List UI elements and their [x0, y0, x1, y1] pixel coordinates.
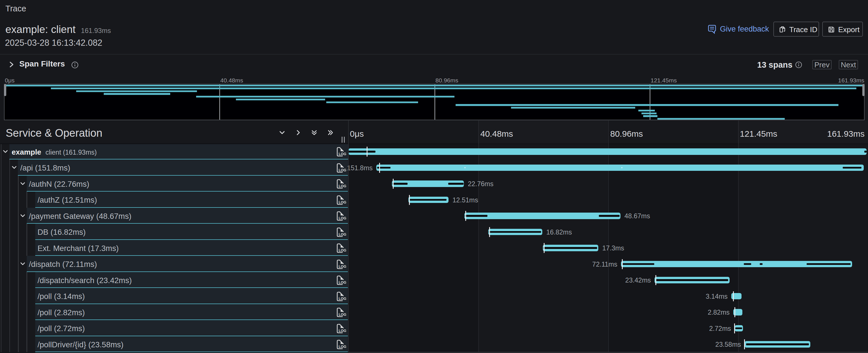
svg-text:LOG: LOG	[339, 152, 346, 156]
svg-text:LOG: LOG	[339, 200, 346, 204]
svg-text:LOG: LOG	[339, 265, 346, 268]
svg-text:LOG: LOG	[339, 281, 346, 285]
svg-text:LOG: LOG	[339, 216, 346, 220]
svg-text:LOG: LOG	[339, 168, 346, 172]
svg-text:LOG: LOG	[339, 345, 346, 349]
svg-text:LOG: LOG	[339, 248, 346, 252]
svg-text:LOG: LOG	[339, 184, 346, 188]
svg-text:LOG: LOG	[339, 313, 346, 317]
svg-text:LOG: LOG	[339, 329, 346, 333]
svg-text:LOG: LOG	[339, 297, 346, 301]
svg-text:LOG: LOG	[339, 232, 346, 236]
